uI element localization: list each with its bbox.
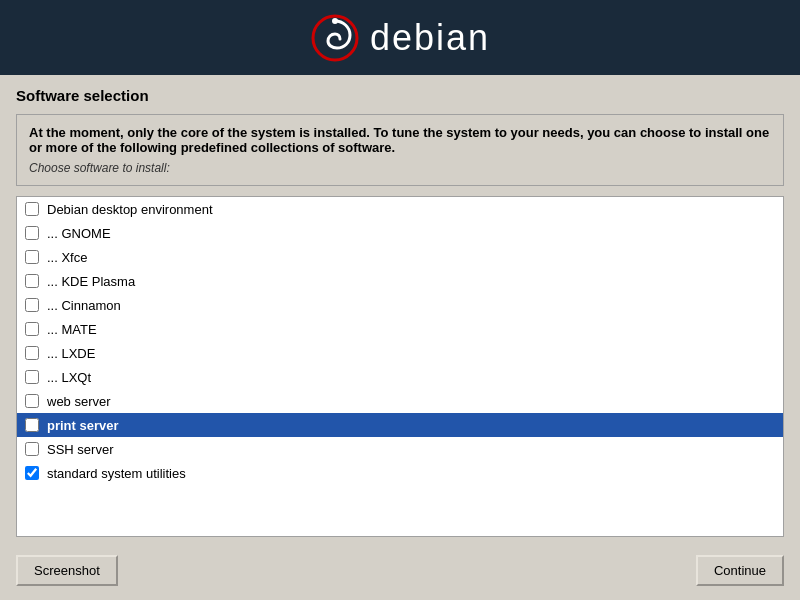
header: debian: [0, 0, 800, 75]
page-title: Software selection: [16, 87, 784, 104]
list-item[interactable]: standard system utilities: [17, 461, 783, 485]
info-subtext: Choose software to install:: [29, 161, 771, 175]
list-item[interactable]: ... Cinnamon: [17, 293, 783, 317]
software-checkbox[interactable]: [25, 418, 39, 432]
debian-swirl-icon: [310, 13, 360, 63]
software-label: Debian desktop environment: [47, 202, 213, 217]
software-list[interactable]: Debian desktop environment... GNOME... X…: [16, 196, 784, 537]
software-checkbox[interactable]: [25, 202, 39, 216]
main-content: Software selection At the moment, only t…: [0, 75, 800, 600]
software-label: ... Cinnamon: [47, 298, 121, 313]
list-item[interactable]: web server: [17, 389, 783, 413]
debian-logo: debian: [310, 13, 490, 63]
software-label: SSH server: [47, 442, 113, 457]
software-checkbox[interactable]: [25, 370, 39, 384]
software-checkbox[interactable]: [25, 250, 39, 264]
list-item[interactable]: ... GNOME: [17, 221, 783, 245]
software-label: ... LXQt: [47, 370, 91, 385]
svg-point-1: [332, 18, 338, 24]
software-label: web server: [47, 394, 111, 409]
software-label: ... GNOME: [47, 226, 111, 241]
software-label: ... LXDE: [47, 346, 95, 361]
software-checkbox[interactable]: [25, 346, 39, 360]
software-checkbox[interactable]: [25, 394, 39, 408]
continue-button[interactable]: Continue: [696, 555, 784, 586]
list-item[interactable]: SSH server: [17, 437, 783, 461]
list-item[interactable]: ... Xfce: [17, 245, 783, 269]
list-item[interactable]: Debian desktop environment: [17, 197, 783, 221]
list-item[interactable]: ... LXDE: [17, 341, 783, 365]
info-text-bold: At the moment, only the core of the syst…: [29, 125, 769, 155]
screenshot-button[interactable]: Screenshot: [16, 555, 118, 586]
software-label: ... MATE: [47, 322, 97, 337]
software-checkbox[interactable]: [25, 298, 39, 312]
software-label: standard system utilities: [47, 466, 186, 481]
list-item[interactable]: ... MATE: [17, 317, 783, 341]
software-checkbox[interactable]: [25, 274, 39, 288]
info-box: At the moment, only the core of the syst…: [16, 114, 784, 186]
software-checkbox[interactable]: [25, 322, 39, 336]
software-checkbox[interactable]: [25, 442, 39, 456]
debian-logo-text: debian: [370, 17, 490, 59]
software-checkbox[interactable]: [25, 226, 39, 240]
software-label: print server: [47, 418, 119, 433]
software-label: ... KDE Plasma: [47, 274, 135, 289]
list-item[interactable]: ... LXQt: [17, 365, 783, 389]
list-item[interactable]: print server: [17, 413, 783, 437]
bottom-bar: Screenshot Continue: [16, 549, 784, 588]
list-item[interactable]: ... KDE Plasma: [17, 269, 783, 293]
info-text: At the moment, only the core of the syst…: [29, 125, 771, 155]
software-checkbox[interactable]: [25, 466, 39, 480]
software-label: ... Xfce: [47, 250, 87, 265]
